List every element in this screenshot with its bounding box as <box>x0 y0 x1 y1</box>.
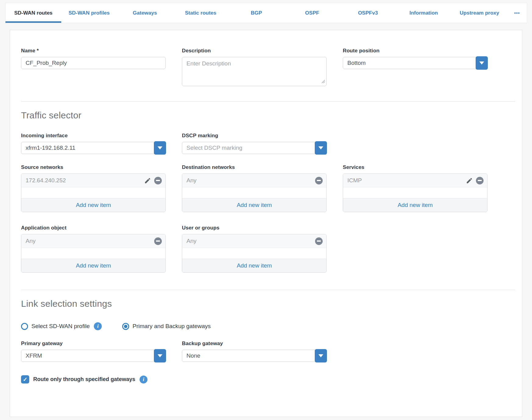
list-item-text: Any <box>26 238 154 244</box>
primary-gateway-value[interactable]: XFRM <box>21 350 166 362</box>
backup-gateway-value[interactable]: None <box>182 350 327 362</box>
backup-gateway-field-group: Backup gateway None <box>182 341 327 362</box>
required-asterisk: * <box>37 48 39 54</box>
list-item: 172.64.240.252 <box>21 174 165 187</box>
user-or-groups-group: User or groups Any Add new item <box>182 225 327 273</box>
divider <box>21 101 515 102</box>
dscp-marking-placeholder[interactable]: Select DSCP marking <box>182 142 327 154</box>
name-field-group: Name * <box>21 48 166 87</box>
tab-bar: SD-WAN routes SD-WAN profiles Gateways S… <box>5 3 527 23</box>
name-input[interactable] <box>21 57 166 69</box>
remove-minus-icon[interactable] <box>315 237 323 245</box>
divider <box>21 290 515 290</box>
info-icon[interactable] <box>140 376 147 383</box>
listbox-empty-area <box>182 248 326 259</box>
route-only-checkbox-label: Route only through specified gateways <box>33 376 135 383</box>
more-tabs-icon[interactable]: ••• <box>507 3 527 23</box>
radio-select-sdwan-profile[interactable]: Select SD-WAN profile <box>21 322 122 330</box>
incoming-interface-label: Incoming interface <box>21 133 166 139</box>
description-field-group: Description <box>182 48 327 87</box>
list-item-text: 172.64.240.252 <box>26 177 144 184</box>
dscp-marking-dropdown-button[interactable] <box>315 141 327 155</box>
route-position-label: Route position <box>343 48 488 54</box>
backup-gateway-select[interactable]: None <box>182 350 327 362</box>
application-object-listbox: Any Add new item <box>21 234 166 273</box>
services-listbox: ICMP Add new item <box>343 173 488 212</box>
tab-upstream-proxy[interactable]: Upstream proxy <box>452 3 507 23</box>
listbox-empty-area <box>182 187 326 198</box>
tab-gateways[interactable]: Gateways <box>117 3 173 23</box>
dscp-marking-field-group: DSCP marking Select DSCP marking <box>182 133 327 154</box>
dscp-marking-select[interactable]: Select DSCP marking <box>182 142 327 154</box>
tab-ospf[interactable]: OSPF <box>284 3 340 23</box>
radio-label: Primary and Backup gateways <box>133 323 211 330</box>
description-label: Description <box>182 48 327 54</box>
tab-ospfv3[interactable]: OSPFv3 <box>340 3 396 23</box>
chevron-down-icon <box>318 354 323 357</box>
edit-pencil-icon[interactable] <box>466 177 473 184</box>
radio-label: Select SD-WAN profile <box>31 323 90 330</box>
listbox-empty-area <box>343 187 487 198</box>
edit-pencil-icon[interactable] <box>144 177 151 184</box>
add-new-item-button[interactable]: Add new item <box>343 198 487 212</box>
chevron-down-icon <box>158 146 162 149</box>
add-new-item-button[interactable]: Add new item <box>182 259 326 272</box>
remove-minus-icon[interactable] <box>315 177 323 184</box>
chevron-down-icon <box>158 354 162 357</box>
tab-sdwan-profiles[interactable]: SD-WAN profiles <box>61 3 117 23</box>
name-label: Name * <box>21 48 166 54</box>
incoming-interface-select[interactable]: xfrm1-192.168.2.11 <box>21 142 166 154</box>
primary-gateway-dropdown-button[interactable] <box>154 349 166 362</box>
list-item: Any <box>21 234 165 248</box>
application-object-label: Application object <box>21 225 166 231</box>
list-item-text: Any <box>186 238 315 244</box>
source-networks-listbox: 172.64.240.252 Add new item <box>21 173 166 212</box>
add-new-item-button[interactable]: Add new item <box>182 198 326 212</box>
description-textarea[interactable] <box>182 57 327 86</box>
backup-gateway-dropdown-button[interactable] <box>315 349 327 362</box>
chevron-down-icon <box>479 61 484 65</box>
incoming-interface-field-group: Incoming interface xfrm1-192.168.2.11 <box>21 133 166 154</box>
link-selection-heading: Link selection settings <box>21 299 522 309</box>
dscp-marking-label: DSCP marking <box>182 133 327 139</box>
tab-bgp[interactable]: BGP <box>229 3 284 23</box>
route-only-checkbox[interactable] <box>21 375 29 383</box>
route-position-select[interactable]: Bottom <box>343 57 488 69</box>
add-new-item-button[interactable]: Add new item <box>21 198 165 212</box>
list-item: Any <box>182 234 326 248</box>
user-or-groups-listbox: Any Add new item <box>182 234 327 273</box>
info-icon[interactable] <box>94 322 102 330</box>
add-new-item-button[interactable]: Add new item <box>21 259 165 272</box>
destination-networks-label: Destination networks <box>182 164 327 170</box>
tab-information[interactable]: Information <box>396 3 452 23</box>
incoming-interface-dropdown-button[interactable] <box>154 141 166 155</box>
source-networks-label: Source networks <box>21 164 166 170</box>
tab-sdwan-routes[interactable]: SD-WAN routes <box>5 3 61 23</box>
route-position-value[interactable]: Bottom <box>343 57 488 69</box>
radio-unselected-icon[interactable] <box>21 323 28 330</box>
destination-networks-listbox: Any Add new item <box>182 173 327 212</box>
list-item-text: ICMP <box>347 177 466 184</box>
route-position-dropdown-button[interactable] <box>476 56 488 70</box>
listbox-empty-area <box>21 187 165 198</box>
incoming-interface-value[interactable]: xfrm1-192.168.2.11 <box>21 142 166 154</box>
user-or-groups-label: User or groups <box>182 225 327 231</box>
chevron-down-icon <box>318 146 323 149</box>
route-position-field-group: Route position Bottom <box>343 48 488 87</box>
list-item: Any <box>182 174 326 187</box>
services-label: Services <box>343 164 488 170</box>
primary-gateway-field-group: Primary gateway XFRM <box>21 341 166 362</box>
list-item-text: Any <box>186 177 315 184</box>
radio-primary-backup-gateways[interactable]: Primary and Backup gateways <box>122 323 211 330</box>
tab-static-routes[interactable]: Static routes <box>173 3 229 23</box>
application-object-group: Application object Any Add new item <box>21 225 166 273</box>
traffic-selector-heading: Traffic selector <box>21 110 522 121</box>
radio-selected-icon[interactable] <box>122 323 129 330</box>
destination-networks-group: Destination networks Any Add new item <box>182 164 327 212</box>
remove-minus-icon[interactable] <box>154 237 162 245</box>
primary-gateway-select[interactable]: XFRM <box>21 350 166 362</box>
listbox-empty-area <box>21 248 165 259</box>
remove-minus-icon[interactable] <box>154 177 162 184</box>
remove-minus-icon[interactable] <box>476 177 484 184</box>
backup-gateway-label: Backup gateway <box>182 341 327 347</box>
